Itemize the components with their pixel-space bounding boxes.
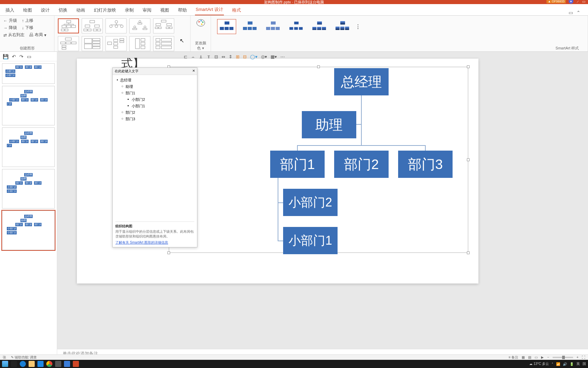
tab-design[interactable]: 设计	[40, 6, 50, 15]
slide-thumb-5[interactable]: 总经理 助理 部门1部门2部门3 小部门2 小部门1	[2, 211, 55, 250]
powerpoint-icon[interactable]	[73, 361, 79, 367]
layout-option-1[interactable]	[58, 18, 79, 33]
style-option-2[interactable]	[240, 19, 259, 34]
view-normal-icon[interactable]: ▦	[522, 355, 525, 359]
redo-icon[interactable]: ↷	[19, 54, 23, 59]
group-change-colors[interactable]: 更改颜色 ▾	[191, 16, 211, 51]
shape-effects-icon[interactable]: ▦▾	[271, 54, 277, 59]
btn-rtl[interactable]: ⇄ 从右到左	[3, 32, 24, 38]
layout-option-2[interactable]	[82, 18, 103, 33]
weather-widget[interactable]: ☁ 13°C 多云	[529, 362, 549, 366]
style-more[interactable]: ⋮	[356, 19, 360, 34]
taskbar-app-icon[interactable]	[2, 361, 8, 367]
tab-animation[interactable]: 动画	[76, 6, 86, 15]
node-dept1[interactable]: 部门1	[270, 151, 325, 178]
layout-option-3[interactable]	[105, 18, 127, 33]
tab-view[interactable]: 视图	[160, 6, 170, 15]
style-option-5[interactable]	[310, 19, 329, 34]
align-top-icon[interactable]: ⫪	[207, 54, 211, 59]
ime-area[interactable]: 国	[583, 362, 586, 366]
view-sorter-icon[interactable]: ▤	[528, 355, 531, 359]
outline-item[interactable]: 总经理	[115, 77, 194, 83]
outline-item[interactable]: 小部门2	[115, 96, 194, 103]
tab-slideshow[interactable]: 幻灯片放映	[93, 6, 117, 15]
group-icon[interactable]: ⊞	[236, 54, 240, 59]
save-icon[interactable]: 💾	[3, 54, 9, 59]
outline-item[interactable]: 助理	[115, 83, 194, 90]
btn-promote[interactable]: ← 升级	[3, 18, 17, 24]
tab-transition[interactable]: 切换	[58, 6, 68, 15]
node-dept2[interactable]: 部门2	[334, 151, 389, 178]
node-assistant[interactable]: 助理	[302, 111, 356, 138]
smartart-orgchart[interactable]: 总经理 助理 部门1 部门2 部门3 小部门2 小部门1	[176, 67, 468, 251]
style-option-6[interactable]	[333, 19, 352, 34]
tab-draw[interactable]: 绘图	[22, 6, 33, 15]
slide-thumb-4[interactable]: 总经理 助理 部门1部门2部门3 小部门2 小部门1	[2, 169, 55, 209]
align-left-icon[interactable]: ⊏	[184, 54, 187, 59]
outline-item[interactable]: 部门3	[115, 116, 194, 122]
resize-handle[interactable]	[467, 251, 470, 254]
style-option-1[interactable]	[217, 19, 236, 34]
align-center-v-icon[interactable]: ⫠	[191, 54, 195, 59]
btn-movedown[interactable]: ↓ 下移	[22, 25, 33, 31]
btn-moveup[interactable]: ↑ 上移	[22, 18, 33, 24]
align-middle-icon[interactable]: ⊟	[214, 54, 218, 59]
outline-item[interactable]: 部门2	[115, 109, 194, 116]
tab-help[interactable]: 帮助	[177, 6, 187, 15]
fit-window-icon[interactable]: ⛶	[582, 355, 585, 359]
tab-smartart-design[interactable]: SmartArt 设计	[195, 5, 224, 15]
layout-option-6[interactable]	[58, 36, 79, 51]
smartart-text-pane[interactable]: 在此处键入文字 ✕ 总经理 助理 部门1 小部门2 小部门1 部门2 部门3 组…	[112, 67, 197, 247]
ribbon-options-icon[interactable]: ⟋	[576, 0, 579, 3]
node-subdept2[interactable]: 小部门2	[283, 189, 338, 216]
shape-fill-icon[interactable]: ◯▾	[250, 54, 258, 59]
slide-thumb-1[interactable]: 部门1部门2部门3 小部门1 小部门2	[2, 63, 55, 84]
node-manager[interactable]: 总经理	[334, 68, 389, 95]
outline-item[interactable]: 小部门1	[115, 103, 194, 109]
ime-indicator[interactable]: 英	[576, 362, 580, 366]
slide-thumb-2[interactable]: 总经理 助理 小部门1部门1部门2部门3 门2	[2, 86, 55, 125]
textpane-outline[interactable]: 总经理 助理 部门1 小部门2 小部门1 部门2 部门3	[113, 75, 197, 124]
align-bottom-icon[interactable]: ⫫	[199, 54, 203, 59]
zoom-out-icon[interactable]: −	[547, 355, 549, 359]
tab-record[interactable]: 录制	[124, 6, 134, 15]
more-icon[interactable]: ⋯	[280, 54, 285, 59]
explorer-icon[interactable]	[29, 361, 35, 367]
mail-icon[interactable]	[37, 361, 44, 367]
layout-option-8[interactable]	[105, 36, 127, 51]
ribbon-mode-icon[interactable]: ▭	[569, 10, 573, 15]
btn-layout-dd[interactable]: 品 布局 ▾	[29, 32, 46, 38]
zoom-in-icon[interactable]: +	[576, 355, 578, 359]
btn-demote[interactable]: → 降级	[3, 25, 17, 31]
view-slideshow-icon[interactable]: ▶	[541, 355, 544, 359]
tab-review[interactable]: 审阅	[142, 6, 152, 15]
wifi-icon[interactable]: 📶	[556, 362, 560, 366]
chrome-icon[interactable]	[46, 361, 52, 367]
slide-canvas-area[interactable]: 式】 在此处键入文字 ✕ 总经理 助理 部门1 小部门2 小部门1 部门2 部门…	[57, 52, 588, 358]
accessibility-check[interactable]: ✎ 辅助功能: 调查	[11, 355, 37, 360]
battery-icon[interactable]: 🔋	[570, 362, 574, 366]
ungroup-icon[interactable]: ⊟	[243, 54, 247, 59]
outline-item[interactable]: 部门1	[115, 90, 194, 96]
resize-handle[interactable]	[167, 251, 170, 254]
slide-thumb-3[interactable]: 总经理 助理 小部门1部门1部门2部门3 门2	[2, 127, 55, 167]
node-dept3[interactable]: 部门3	[398, 151, 453, 178]
notes-button[interactable]: ≡ 备注	[509, 355, 519, 360]
present-icon[interactable]: ▭	[27, 54, 31, 59]
view-reading-icon[interactable]: ▭	[535, 355, 538, 359]
style-option-4[interactable]	[287, 19, 306, 34]
layout-option-9[interactable]	[129, 36, 150, 51]
layout-option-7[interactable]	[82, 36, 103, 51]
layout-option-4[interactable]	[129, 18, 150, 33]
tray-chevron-icon[interactable]: ˄	[552, 362, 553, 366]
close-icon[interactable]: ✕	[192, 69, 195, 74]
zoom-slider[interactable]	[553, 357, 573, 358]
distribute-h-icon[interactable]: ⇔	[222, 54, 225, 59]
start-icon[interactable]	[11, 361, 17, 367]
tab-insert[interactable]: 插入	[5, 6, 15, 15]
shape-outline-icon[interactable]: ◎▾	[261, 54, 267, 59]
style-option-3[interactable]	[263, 19, 282, 34]
textpane-learn-more-link[interactable]: 了解有关 SmartArt 图形的详细信息	[115, 240, 194, 245]
distribute-v-icon[interactable]: ⇕	[229, 54, 232, 59]
ribbon-collapse-icon[interactable]: ⌃	[576, 10, 581, 15]
